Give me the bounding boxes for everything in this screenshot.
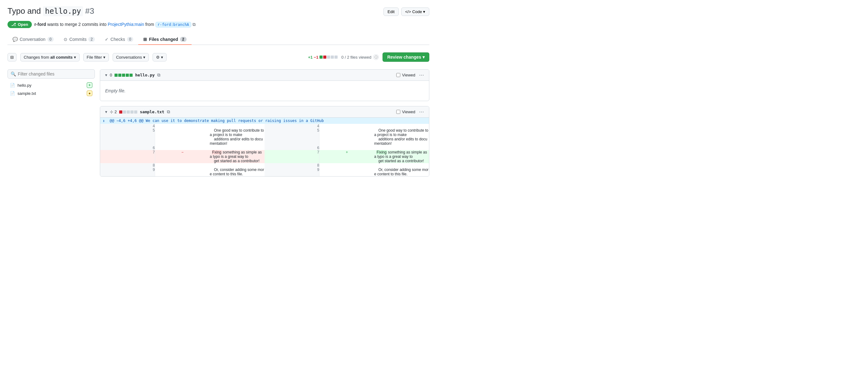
files-viewed: 0 / 2 files viewed ⓘ: [341, 54, 379, 60]
right-sign: [319, 128, 374, 146]
diff-row: 9 Or, consider adding some more content …: [100, 167, 429, 176]
diff-file-hello-py: ▾ 0 hello.py ⧉: [100, 69, 429, 101]
right-line-num: 6: [265, 146, 319, 150]
expand-up-icon[interactable]: ↕: [103, 119, 105, 123]
more-options-icon[interactable]: ⋯: [419, 72, 424, 78]
sidebar-file-sample-txt[interactable]: 📄 sample.txt ●: [7, 89, 95, 97]
sidebar-toggle-button[interactable]: ⊟: [7, 53, 17, 61]
content-area: 🔍 📄 hello.py + 📄 sample.txt ●: [7, 69, 429, 182]
right-line-num: 7: [265, 150, 319, 163]
right-sign: [319, 163, 374, 167]
tab-files-changed[interactable]: ⊞ Files changed 2: [138, 34, 191, 45]
more-options-icon[interactable]: ⋯: [419, 109, 424, 115]
code-icon: </>: [405, 9, 411, 14]
viewed-input[interactable]: [396, 110, 400, 114]
diff-stat-mini: [115, 74, 133, 77]
collapse-icon[interactable]: ▾: [105, 110, 107, 114]
stat-blocks: [319, 56, 338, 59]
left-line-num: 9: [100, 167, 155, 176]
target-branch-link[interactable]: ProjectPythia:main: [107, 22, 144, 27]
checks-icon: ✓: [105, 37, 108, 42]
diff-filename: sample.txt: [140, 110, 164, 114]
diff-row: 4 4: [100, 124, 429, 128]
file-modified-badge: ●: [87, 91, 92, 96]
right-code: One good way to contribute to a project …: [374, 128, 429, 146]
info-icon[interactable]: ⓘ: [373, 54, 379, 60]
review-changes-button[interactable]: Review changes ▾: [382, 53, 429, 62]
settings-dropdown[interactable]: ⚙ ▾: [153, 53, 166, 61]
filename-label: hello.py: [18, 83, 32, 88]
diff-area: ▾ 0 hello.py ⧉: [100, 69, 429, 182]
tab-checks[interactable]: ✓ Checks 0: [100, 34, 138, 45]
right-code: Fixing something as simple as a typo is …: [374, 150, 429, 163]
left-sign: [155, 163, 210, 167]
left-sign: −: [155, 150, 210, 163]
right-line-num: 5: [265, 128, 319, 146]
sidebar-icon: ⊟: [10, 55, 14, 60]
chevron-down-icon: ▾: [74, 55, 76, 60]
chevron-down-icon: ▾: [103, 55, 105, 60]
conversations-dropdown[interactable]: Conversations ▾: [113, 53, 149, 61]
chevron-down-icon: ▾: [161, 55, 163, 60]
file-filter-dropdown[interactable]: File filter ▾: [83, 53, 109, 61]
right-sign: [319, 124, 374, 128]
right-sign: +: [319, 150, 374, 163]
viewed-input[interactable]: [396, 73, 400, 77]
copy-icon[interactable]: ⧉: [192, 22, 196, 27]
commits-icon: ⊙: [64, 37, 67, 42]
filename-label: sample.txt: [18, 91, 36, 96]
gear-icon: ⚙: [156, 55, 160, 60]
source-branch: r-ford:branchA: [155, 22, 191, 27]
diff-toolbar: ⊟ Changes from all commits ▾ File filter…: [7, 50, 429, 64]
left-line-num: 5: [100, 128, 155, 146]
left-code: [210, 163, 265, 167]
diff-row-changed: 7 − Fxing something as simple as a typo …: [100, 150, 429, 163]
right-sign: [319, 167, 374, 176]
tab-bar: 💬 Conversation 0 ⊙ Commits 2 ✓ Checks 0 …: [7, 34, 429, 45]
left-sign: [155, 124, 210, 128]
diff-row: 8 8: [100, 163, 429, 167]
right-line-num: 8: [265, 163, 319, 167]
copy-filename-icon[interactable]: ⧉: [157, 72, 160, 78]
split-diff-table: ↕ @@ −4,6 +4,6 @@ We can use it to demon…: [100, 118, 429, 176]
collapse-icon[interactable]: ▾: [105, 73, 107, 77]
hunk-header-row: ↕ @@ −4,6 +4,6 @@ We can use it to demon…: [100, 118, 429, 124]
left-sign: [155, 167, 210, 176]
edit-button[interactable]: Edit: [383, 7, 398, 16]
diff-file-sample-txt: ▾ ⊹ 2 sample.txt ⧉: [100, 106, 429, 177]
file-filter-input[interactable]: [7, 69, 95, 79]
sidebar-file-hello-py[interactable]: 📄 hello.py +: [7, 81, 95, 89]
diff-file-header-hello-py: ▾ 0 hello.py ⧉: [100, 69, 429, 81]
file-icon: 📄: [10, 83, 15, 88]
code-button[interactable]: </> Code ▾: [401, 7, 430, 16]
changes-from-dropdown[interactable]: Changes from all commits ▾: [20, 53, 80, 61]
left-code: [210, 124, 265, 128]
right-line-num: 9: [265, 167, 319, 176]
empty-file-message: Empty file.: [100, 81, 429, 101]
left-code: One good way to contribute to a project …: [210, 128, 265, 146]
copy-filename-icon[interactable]: ⧉: [167, 109, 170, 115]
viewed-checkbox[interactable]: Viewed: [396, 73, 415, 77]
right-code: Or, consider adding some more content to…: [374, 167, 429, 176]
pr-title: Typo and hello.py #3: [7, 6, 94, 16]
merge-icon: ⎇: [11, 22, 16, 27]
left-sign: [155, 146, 210, 150]
left-code: [210, 146, 265, 150]
right-code: [374, 163, 429, 167]
left-line-num: 6: [100, 146, 155, 150]
right-sign: [319, 146, 374, 150]
files-icon: ⊞: [143, 37, 147, 42]
diff-file-header-sample-txt: ▾ ⊹ 2 sample.txt ⧉: [100, 106, 429, 118]
right-code: [374, 146, 429, 150]
tab-commits[interactable]: ⊙ Commits 2: [59, 34, 100, 45]
diff-row: 6 6: [100, 146, 429, 150]
diff-row: 5 One good way to contribute to a projec…: [100, 128, 429, 146]
conversation-icon: 💬: [12, 37, 18, 42]
tab-conversation[interactable]: 💬 Conversation 0: [7, 34, 59, 45]
left-line-num: 7: [100, 150, 155, 163]
pr-meta: r-ford wants to merge 2 commits into Pro…: [34, 22, 196, 27]
viewed-checkbox[interactable]: Viewed: [396, 110, 415, 114]
status-badge: ⎇ Open: [7, 21, 32, 28]
left-code: Fxing something as simple as a typo is a…: [210, 150, 265, 163]
chevron-down-icon: ▾: [143, 55, 145, 60]
